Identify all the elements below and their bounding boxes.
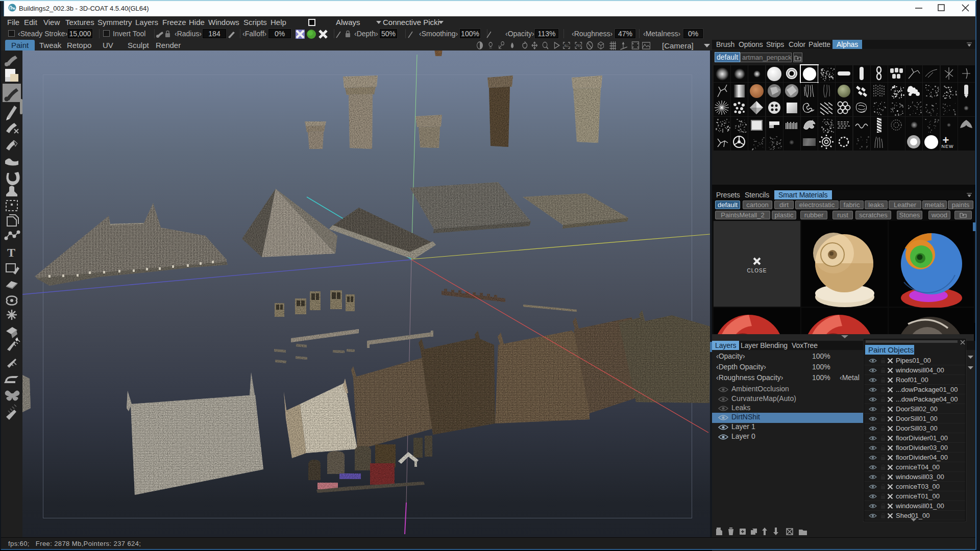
svg-text:PEN: PEN [576, 43, 582, 47]
svg-text:ALL: ALL [564, 43, 569, 47]
svg-text:CLOSE: CLOSE [747, 268, 767, 273]
svg-text:T: T [7, 246, 15, 259]
